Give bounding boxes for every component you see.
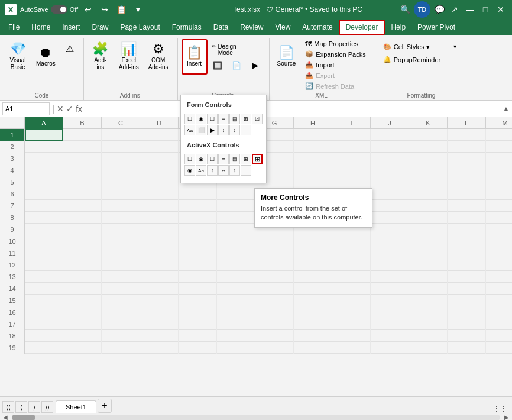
cell-G10[interactable]: [255, 235, 294, 247]
col-header-h[interactable]: H: [294, 117, 332, 129]
cell-M11[interactable]: [486, 247, 512, 259]
col-header-d[interactable]: D: [140, 117, 179, 129]
cell-B7[interactable]: [63, 200, 102, 212]
menu-view[interactable]: View: [270, 21, 297, 34]
cell-C5[interactable]: [102, 176, 140, 188]
cell-L12[interactable]: [448, 259, 486, 271]
cell-J5[interactable]: [371, 176, 409, 188]
formatting-expand-button[interactable]: ▾: [446, 41, 464, 51]
cell-K17[interactable]: [409, 318, 448, 330]
cell-A17[interactable]: [25, 318, 63, 330]
ax-spinbox[interactable]: ⊞: [241, 154, 251, 164]
menu-page-layout[interactable]: Page Layout: [114, 21, 166, 34]
cell-C13[interactable]: [102, 271, 140, 283]
cell-E15[interactable]: [179, 295, 217, 306]
cell-I1[interactable]: [332, 129, 371, 141]
cell-H2[interactable]: [294, 141, 332, 153]
cell-H5[interactable]: [294, 176, 332, 188]
sheet-nav-next[interactable]: ⟩: [28, 401, 40, 413]
ctrl-spinbox[interactable]: ⊞: [241, 114, 251, 124]
formula-expand[interactable]: ▲: [503, 105, 510, 113]
cell-M18[interactable]: [486, 330, 512, 342]
cell-G18[interactable]: [255, 330, 294, 342]
col-header-l[interactable]: L: [448, 117, 486, 129]
cell-D1[interactable]: [140, 129, 179, 141]
name-box[interactable]: [2, 102, 50, 115]
cell-H15[interactable]: [294, 295, 332, 306]
cell-G19[interactable]: [255, 342, 294, 354]
ax-listbox[interactable]: ≡: [218, 154, 229, 164]
cell-B8[interactable]: [63, 212, 102, 224]
macro-security-button[interactable]: ⚠: [61, 41, 79, 56]
import-button[interactable]: 📥 Import: [301, 60, 370, 70]
horizontal-scrollbar[interactable]: [12, 415, 500, 421]
cell-H17[interactable]: [294, 318, 332, 330]
cell-K5[interactable]: [409, 176, 448, 188]
col-header-a[interactable]: A: [25, 117, 63, 129]
cell-K15[interactable]: [409, 295, 448, 306]
cell-E10[interactable]: [179, 235, 217, 247]
ctrl-label[interactable]: Aa: [184, 125, 195, 135]
cell-F16[interactable]: [217, 306, 255, 318]
cell-C14[interactable]: [102, 283, 140, 295]
row-num-7[interactable]: 7: [0, 200, 25, 212]
cell-K11[interactable]: [409, 247, 448, 259]
menu-help[interactable]: Help: [385, 21, 411, 34]
design-mode-button[interactable]: ✏ Design Mode: [209, 41, 239, 58]
cell-C3[interactable]: [102, 153, 140, 164]
cell-B6[interactable]: [63, 188, 102, 200]
chat-button[interactable]: 💬: [433, 3, 446, 16]
cell-J6[interactable]: [371, 188, 409, 200]
cell-A3[interactable]: [25, 153, 63, 164]
cell-H12[interactable]: [294, 259, 332, 271]
cell-E11[interactable]: [179, 247, 217, 259]
cell-H18[interactable]: [294, 330, 332, 342]
cell-I3[interactable]: [332, 153, 371, 164]
cell-G13[interactable]: [255, 271, 294, 283]
cell-A8[interactable]: [25, 212, 63, 224]
cell-H3[interactable]: [294, 153, 332, 164]
cell-B19[interactable]: [63, 342, 102, 354]
row-num-8[interactable]: 8: [0, 212, 25, 224]
map-properties-button[interactable]: 🗺 Map Properties: [301, 39, 370, 49]
cell-L17[interactable]: [448, 318, 486, 330]
cell-J1[interactable]: [371, 129, 409, 141]
cell-G17[interactable]: [255, 318, 294, 330]
cell-D14[interactable]: [140, 283, 179, 295]
cell-F9[interactable]: [217, 224, 255, 235]
cell-D11[interactable]: [140, 247, 179, 259]
popup-reminder-button[interactable]: 🔔 PopupReminder: [379, 54, 445, 65]
autosave-toggle[interactable]: [51, 5, 67, 14]
cell-D17[interactable]: [140, 318, 179, 330]
cell-D15[interactable]: [140, 295, 179, 306]
row-num-12[interactable]: 12: [0, 259, 25, 271]
ctrl-checked[interactable]: ☑: [252, 114, 263, 124]
cell-D10[interactable]: [140, 235, 179, 247]
row-num-2[interactable]: 2: [0, 141, 25, 153]
cell-F14[interactable]: [217, 283, 255, 295]
cell-K6[interactable]: [409, 188, 448, 200]
ctrl-empty[interactable]: [241, 125, 251, 135]
cell-C6[interactable]: [102, 188, 140, 200]
cell-L4[interactable]: [448, 164, 486, 176]
col-header-m[interactable]: M: [486, 117, 512, 129]
cell-C16[interactable]: [102, 306, 140, 318]
cell-J17[interactable]: [371, 318, 409, 330]
cell-K8[interactable]: [409, 212, 448, 224]
cell-C8[interactable]: [102, 212, 140, 224]
cell-M8[interactable]: [486, 212, 512, 224]
cell-D18[interactable]: [140, 330, 179, 342]
close-button[interactable]: ✕: [494, 3, 507, 16]
row-num-18[interactable]: 18: [0, 330, 25, 342]
view-code-button[interactable]: 📄: [228, 59, 245, 72]
insert-button[interactable]: 📋 Insert: [182, 39, 208, 75]
cell-J9[interactable]: [371, 224, 409, 235]
cell-A16[interactable]: [25, 306, 63, 318]
cell-C9[interactable]: [102, 224, 140, 235]
cell-K1[interactable]: [409, 129, 448, 141]
ax-checkbox[interactable]: ☐: [184, 154, 195, 164]
row-num-9[interactable]: 9: [0, 224, 25, 235]
cell-H10[interactable]: [294, 235, 332, 247]
cell-I4[interactable]: [332, 164, 371, 176]
cell-K9[interactable]: [409, 224, 448, 235]
